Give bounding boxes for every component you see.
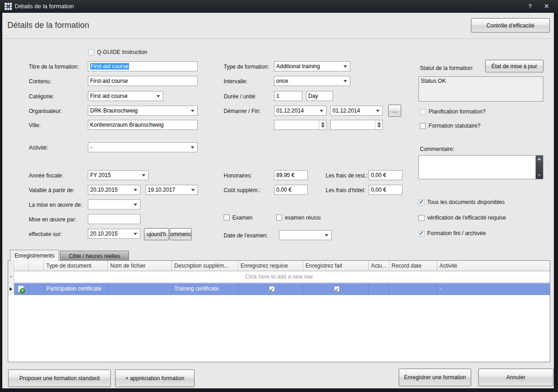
planning-checkbox[interactable] <box>420 109 426 115</box>
header-activity[interactable]: Activité <box>437 261 550 271</box>
training-type-select[interactable]: Additional training <box>274 61 350 71</box>
spin-up-icon <box>377 122 381 124</box>
tab-target-hours[interactable]: Cible / heures réelles <box>60 251 129 261</box>
duration-unit-input[interactable]: Day <box>306 91 333 101</box>
verification-required-checkbox[interactable] <box>418 215 424 221</box>
add-training-appreciation-button[interactable]: + appréciation formation <box>115 370 194 387</box>
efficiency-check-button[interactable]: Contrôle d'efficacité <box>471 18 550 32</box>
header-done[interactable]: Enregistrez fait <box>303 261 369 271</box>
city-input[interactable]: Konferenzraum Braunschweig <box>88 120 198 130</box>
header-actu[interactable]: Actu... <box>369 261 389 271</box>
title-input[interactable]: First-aid course <box>88 61 198 71</box>
statutory-checkbox[interactable] <box>420 123 426 129</box>
exam-checkbox[interactable] <box>224 215 230 220</box>
preview-cell[interactable] <box>29 283 44 295</box>
spin-down-icon <box>321 125 325 128</box>
exam-passed-checkbox[interactable] <box>276 215 282 220</box>
hotel-input[interactable]: 0,00 € <box>369 185 402 195</box>
header-icon-cell <box>14 261 29 271</box>
cell-record-date[interactable] <box>389 283 437 295</box>
cell-activity[interactable]: - <box>437 283 550 295</box>
cell-required[interactable] <box>238 283 303 295</box>
start-date[interactable]: 01.12.2014 <box>274 106 327 116</box>
end-time-spinner[interactable] <box>330 120 383 130</box>
interval-select[interactable]: once <box>274 76 350 86</box>
end-date[interactable]: 01.12.2014 <box>330 106 383 116</box>
status-label: Statut de la formation: <box>420 65 473 71</box>
exam-date-label: Date de l'examen: <box>224 232 268 239</box>
add-row-hint: Click here to add a new row <box>8 271 550 282</box>
organizer-label: Organisateur: <box>29 108 62 114</box>
done-checkbox[interactable] <box>334 286 340 292</box>
implemented-by-input[interactable] <box>88 214 140 224</box>
save-training-button[interactable]: Enregistrer une formation <box>399 369 471 386</box>
extra-cost-label: Coût supplém.: <box>224 187 261 193</box>
qguide-checkbox[interactable] <box>88 49 94 55</box>
grid-add-row[interactable]: ✳ Click here to add a new row <box>8 271 550 283</box>
comment-textarea[interactable] <box>418 155 543 179</box>
cancel-button[interactable]: Annuler <box>478 369 553 386</box>
exam-passed-label: examen réussi <box>285 215 321 221</box>
exam-date-select[interactable] <box>279 230 332 240</box>
organizer-select[interactable]: DRK Braunschweig <box>88 106 198 116</box>
fiscal-year-select[interactable]: FY 2015 <box>88 170 149 180</box>
header-type[interactable]: Type de document <box>44 261 108 271</box>
header-required[interactable]: Enregistrez requise <box>238 261 303 271</box>
chevron-down-icon <box>191 110 194 112</box>
documents-grid: Type de document Nom de fichier Descript… <box>8 260 550 362</box>
start-end-label: Démarrer / Fin: <box>224 108 261 114</box>
catering-input[interactable]: 0,00 € <box>369 170 402 180</box>
update-status-button[interactable]: État de mise à jour <box>485 60 543 72</box>
close-icon[interactable]: ✕ <box>542 2 552 11</box>
hotel-label: Les frais d'hôtel: <box>326 187 365 193</box>
activity-select[interactable]: - <box>88 142 198 152</box>
content-input[interactable]: First-aid course <box>88 76 198 86</box>
fiscal-year-label: Année fiscale: <box>29 172 63 179</box>
cell-done[interactable] <box>303 283 369 295</box>
valid-from-label: Valable à partir de: <box>29 187 75 193</box>
finished-checkbox[interactable] <box>418 231 424 236</box>
cell-description[interactable]: Training certificate <box>172 283 238 295</box>
cell-type[interactable]: Participation certificate <box>44 283 108 295</box>
performed-on-date[interactable]: 20.10.2015 <box>88 229 140 239</box>
header-description[interactable]: Description supplém... <box>172 261 238 271</box>
header-indicator-cell <box>8 261 14 271</box>
chevron-down-icon <box>376 110 380 112</box>
cell-filename[interactable] <box>108 283 172 295</box>
add-document-icon <box>18 285 24 292</box>
cell-actu[interactable] <box>369 283 389 295</box>
propose-standard-training-button[interactable]: Proposer une formation standard <box>8 370 111 387</box>
spin-buttons[interactable] <box>375 120 382 129</box>
category-select[interactable]: First aid course <box>88 91 163 101</box>
extra-cost-input[interactable]: 0,00 € <box>274 185 308 195</box>
spin-down-icon <box>377 125 381 128</box>
header-record-date[interactable]: Record date <box>389 261 437 271</box>
attach-cell[interactable] <box>14 283 29 295</box>
start-time-spinner[interactable] <box>274 120 327 130</box>
table-row[interactable]: Participation certificate Training certi… <box>8 283 550 295</box>
grid-header: Type de document Nom de fichier Descript… <box>8 261 550 271</box>
qguide-label: Q-GUIDE Instruction <box>97 49 147 55</box>
required-checkbox[interactable] <box>269 286 275 292</box>
header-filename[interactable]: Nom de fichier <box>108 261 172 271</box>
spin-buttons[interactable] <box>319 120 326 129</box>
chevron-down-icon <box>343 80 347 82</box>
implementation-of-select[interactable] <box>88 199 140 209</box>
today-button[interactable]: ujourd'h <box>144 228 169 240</box>
more-dates-button[interactable]: ... <box>388 105 401 117</box>
selected-text: First-aid course <box>90 63 129 70</box>
duration-input[interactable]: 1 <box>274 91 302 101</box>
planning-label: Planification formation? <box>429 108 486 115</box>
scrollbar[interactable] <box>536 156 543 179</box>
tab-records[interactable]: Enregistrements <box>10 250 59 261</box>
docs-available-checkbox[interactable] <box>418 199 424 205</box>
valid-from-date[interactable]: 20.10.2015 <box>88 185 140 195</box>
start-button[interactable]: ommenc <box>170 228 192 240</box>
fees-input[interactable]: 89,95 € <box>274 170 308 180</box>
valid-to-date[interactable]: 19.10.2017 <box>145 185 198 195</box>
chevron-down-icon <box>134 204 137 206</box>
chevron-down-icon <box>191 146 194 149</box>
status-memo: Status OK <box>418 76 543 102</box>
help-icon[interactable]: ? <box>525 2 535 11</box>
scroll-up-icon <box>537 158 541 160</box>
